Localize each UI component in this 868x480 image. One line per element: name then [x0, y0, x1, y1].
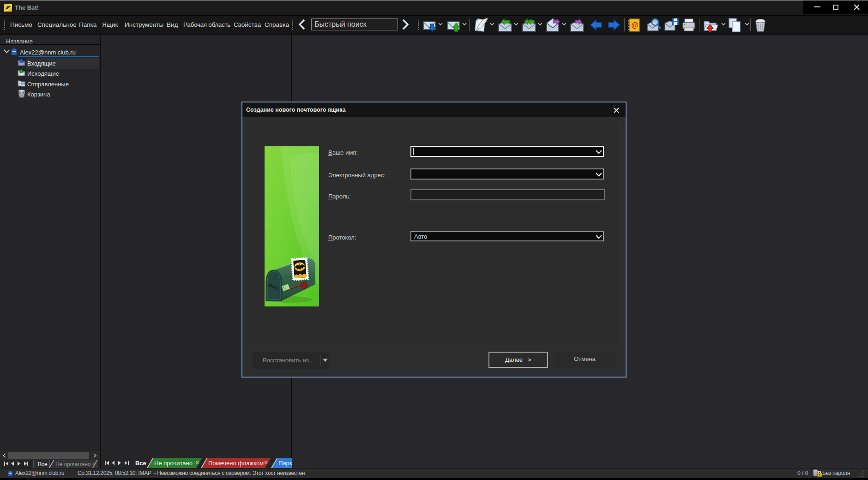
svg-text:@: @ [631, 21, 639, 29]
